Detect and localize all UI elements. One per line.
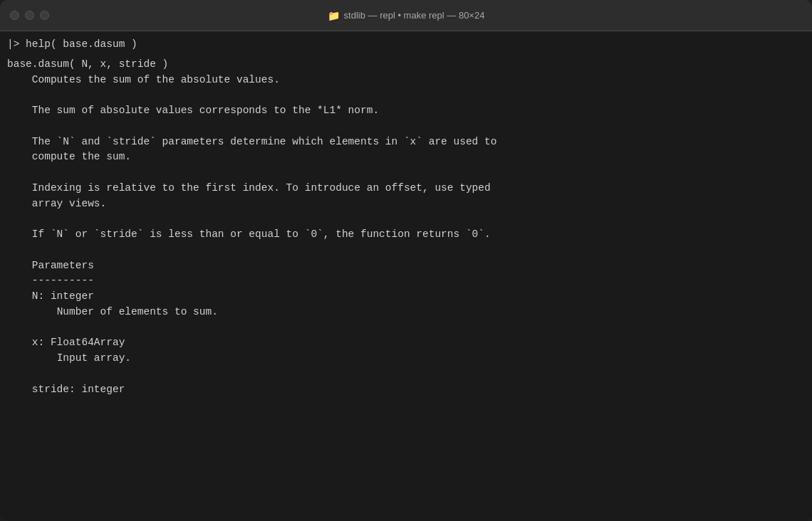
prompt-line: |> help( base.dasum ) xyxy=(7,37,805,53)
terminal-content[interactable]: |> help( base.dasum ) base.dasum( N, x, … xyxy=(0,31,812,521)
close-button[interactable] xyxy=(10,11,19,20)
titlebar: 📁 stdlib — repl • make repl — 80×24 xyxy=(0,0,812,31)
maximize-button[interactable] xyxy=(40,11,49,20)
help-output: base.dasum( N, x, stride ) Computes the … xyxy=(7,57,805,398)
title-label: stdlib — repl • make repl — 80×24 xyxy=(344,10,485,21)
minimize-button[interactable] xyxy=(25,11,34,20)
terminal-window: 📁 stdlib — repl • make repl — 80×24 |> h… xyxy=(0,0,812,521)
traffic-lights xyxy=(10,11,49,20)
window-title: 📁 stdlib — repl • make repl — 80×24 xyxy=(328,10,485,21)
folder-icon: 📁 xyxy=(328,10,340,21)
